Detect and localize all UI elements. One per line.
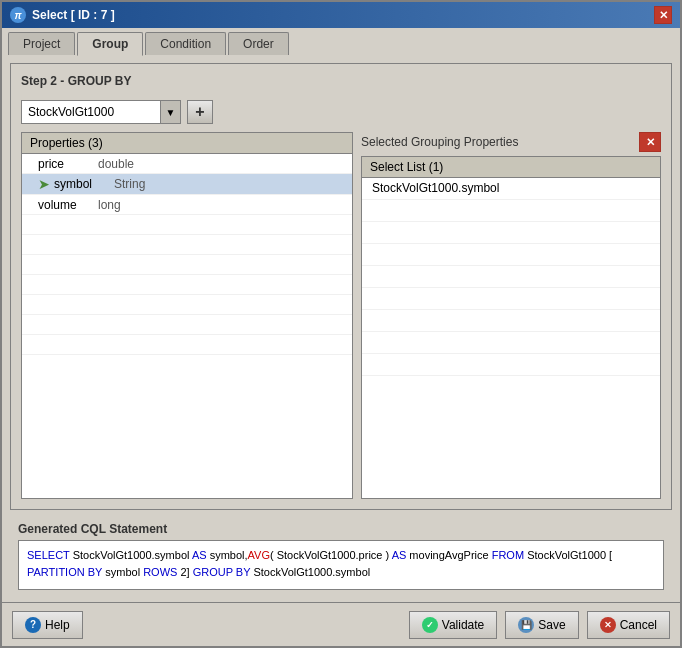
property-row-symbol[interactable]: ➤ symbol String: [22, 174, 352, 195]
cql-statement: SELECT StockVolGt1000.symbol AS symbol,A…: [18, 540, 664, 590]
top-row: StockVolGt1000 ▼ +: [21, 100, 661, 124]
prop-empty-4: [22, 275, 352, 295]
cql-alias-symbol: symbol,: [210, 549, 248, 561]
prop-empty-6: [22, 315, 352, 335]
select-empty-7: [362, 332, 660, 354]
dropdown-arrow-icon[interactable]: ▼: [160, 101, 180, 123]
tab-bar: Project Group Condition Order: [2, 28, 680, 55]
select-empty-2: [362, 222, 660, 244]
step-label: Step 2 - GROUP BY: [21, 74, 661, 88]
cql-from: FROM: [492, 549, 527, 561]
save-icon: 💾: [518, 617, 534, 633]
cql-label: Generated CQL Statement: [18, 522, 664, 536]
prop-name-price: price: [38, 157, 98, 171]
footer-left: ? Help: [12, 611, 83, 639]
validate-label: Validate: [442, 618, 484, 632]
tab-project[interactable]: Project: [8, 32, 75, 55]
cql-group-col: StockVolGt1000.symbol: [253, 566, 370, 578]
footer: ? Help ✓ Validate 💾 Save ✕ Cancel: [2, 602, 680, 646]
validate-button[interactable]: ✓ Validate: [409, 611, 497, 639]
tab-order[interactable]: Order: [228, 32, 289, 55]
add-button[interactable]: +: [187, 100, 213, 124]
select-list-body: StockVolGt1000.symbol: [362, 178, 660, 498]
properties-header: Properties (3): [22, 133, 352, 154]
select-empty-1: [362, 200, 660, 222]
selected-grouping-panel: Selected Grouping Properties ✕ Select Li…: [361, 132, 661, 499]
footer-right: ✓ Validate 💾 Save ✕ Cancel: [409, 611, 670, 639]
prop-name-symbol: symbol: [54, 177, 114, 191]
window-title: Select [ ID : 7 ]: [32, 8, 115, 22]
prop-empty-5: [22, 295, 352, 315]
prop-empty-2: [22, 235, 352, 255]
cql-partition-col: symbol: [105, 566, 143, 578]
columns-area: Properties (3) price double ➤ symbol Str…: [21, 132, 661, 499]
select-empty-6: [362, 310, 660, 332]
property-row-volume[interactable]: volume long: [22, 195, 352, 215]
select-empty-4: [362, 266, 660, 288]
inner-panel: Step 2 - GROUP BY StockVolGt1000 ▼ + Pro…: [10, 63, 672, 510]
cql-table-symbol: StockVolGt1000.symbol: [73, 549, 192, 561]
validate-icon: ✓: [422, 617, 438, 633]
select-empty-8: [362, 354, 660, 376]
arrow-icon-symbol: ➤: [38, 176, 50, 192]
select-list-item[interactable]: StockVolGt1000.symbol: [362, 178, 660, 200]
cql-select: SELECT: [27, 549, 73, 561]
help-label: Help: [45, 618, 70, 632]
save-button[interactable]: 💾 Save: [505, 611, 578, 639]
cancel-icon: ✕: [600, 617, 616, 633]
cql-from-table: StockVolGt1000 [: [527, 549, 612, 561]
remove-button[interactable]: ✕: [639, 132, 661, 152]
cql-rows-val: 2]: [180, 566, 192, 578]
cancel-button[interactable]: ✕ Cancel: [587, 611, 670, 639]
properties-panel: Properties (3) price double ➤ symbol Str…: [21, 132, 353, 499]
help-button[interactable]: ? Help: [12, 611, 83, 639]
main-content: Step 2 - GROUP BY StockVolGt1000 ▼ + Pro…: [2, 55, 680, 602]
source-dropdown[interactable]: StockVolGt1000 ▼: [21, 100, 181, 124]
close-button[interactable]: ✕: [654, 6, 672, 24]
cql-group-by: GROUP BY: [193, 566, 254, 578]
title-icon: π: [10, 7, 26, 23]
prop-type-volume: long: [98, 198, 121, 212]
dropdown-value: StockVolGt1000: [22, 103, 160, 121]
properties-list: price double ➤ symbol String volume long: [22, 154, 352, 498]
cql-avg: AVG: [248, 549, 270, 561]
select-list-panel: Select List (1) StockVolGt1000.symbol: [361, 156, 661, 499]
right-panel-title: Selected Grouping Properties: [361, 135, 518, 149]
cql-section: Generated CQL Statement SELECT StockVolG…: [10, 518, 672, 594]
prop-empty-1: [22, 215, 352, 235]
cql-partition-by: PARTITION BY: [27, 566, 105, 578]
cancel-label: Cancel: [620, 618, 657, 632]
select-empty-5: [362, 288, 660, 310]
tab-condition[interactable]: Condition: [145, 32, 226, 55]
cql-alias-avg: movingAvgPrice: [409, 549, 491, 561]
cql-as-2: AS: [392, 549, 410, 561]
prop-empty-3: [22, 255, 352, 275]
tab-group[interactable]: Group: [77, 32, 143, 56]
prop-empty-7: [22, 335, 352, 355]
prop-type-price: double: [98, 157, 134, 171]
select-list-header: Select List (1): [362, 157, 660, 178]
cql-rows: ROWS: [143, 566, 180, 578]
cql-avg-args: ( StockVolGt1000.price ): [270, 549, 392, 561]
cql-as-1: AS: [192, 549, 210, 561]
main-window: π Select [ ID : 7 ] ✕ Project Group Cond…: [0, 0, 682, 648]
save-label: Save: [538, 618, 565, 632]
property-row-price[interactable]: price double: [22, 154, 352, 174]
prop-type-symbol: String: [114, 177, 145, 191]
title-bar: π Select [ ID : 7 ] ✕: [2, 2, 680, 28]
select-empty-3: [362, 244, 660, 266]
help-icon: ?: [25, 617, 41, 633]
prop-name-volume: volume: [38, 198, 98, 212]
right-panel-header: Selected Grouping Properties ✕: [361, 132, 661, 152]
title-bar-content: π Select [ ID : 7 ]: [10, 7, 115, 23]
